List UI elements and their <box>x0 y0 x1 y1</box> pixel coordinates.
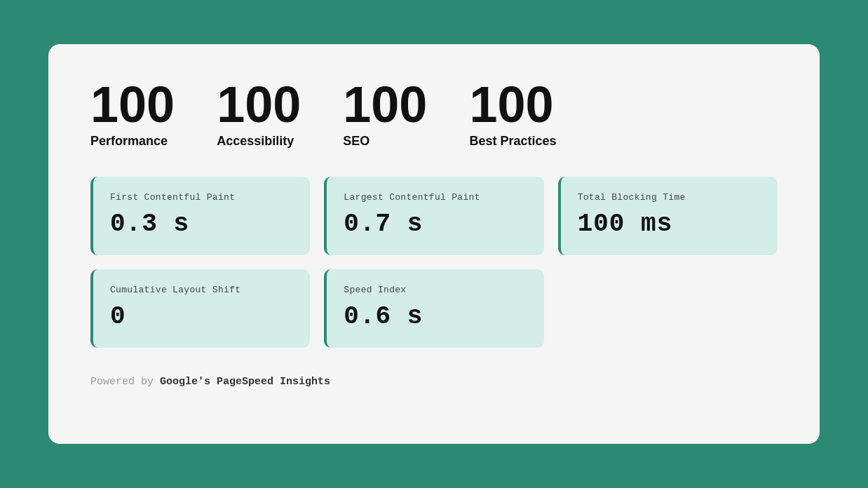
metrics-row-2: Cumulative Layout Shift 0 Speed Index 0.… <box>90 269 778 348</box>
footer: Powered by Google's PageSpeed Insights <box>90 376 778 388</box>
score-performance: 100 Performance <box>90 79 175 149</box>
score-seo-label: SEO <box>343 134 369 149</box>
metric-tbt: Total Blocking Time 100 ms <box>558 177 778 255</box>
scores-row: 100 Performance 100 Accessibility 100 SE… <box>90 79 778 149</box>
score-seo: 100 SEO <box>343 79 427 149</box>
metric-tbt-label: Total Blocking Time <box>578 192 761 203</box>
score-accessibility-label: Accessibility <box>217 134 294 149</box>
metric-cls-value: 0 <box>110 302 293 331</box>
score-accessibility: 100 Accessibility <box>217 79 301 149</box>
score-best-practices-value: 100 <box>469 79 553 130</box>
score-performance-value: 100 <box>90 79 175 130</box>
metric-lcp-label: Largest Contentful Paint <box>344 192 527 203</box>
metric-fcp-label: First Contentful Paint <box>110 192 293 203</box>
metric-cls-label: Cumulative Layout Shift <box>110 285 293 295</box>
metric-placeholder <box>558 269 778 348</box>
score-performance-label: Performance <box>90 134 168 149</box>
metric-fcp-value: 0.3 s <box>110 210 293 238</box>
metric-cls: Cumulative Layout Shift 0 <box>90 269 310 348</box>
score-best-practices: 100 Best Practices <box>469 79 556 149</box>
metric-lcp-value: 0.7 s <box>344 210 527 238</box>
footer-prefix: Powered by <box>90 376 160 388</box>
metric-tbt-value: 100 ms <box>578 210 761 238</box>
metric-lcp: Largest Contentful Paint 0.7 s <box>324 177 543 255</box>
metric-fcp: First Contentful Paint 0.3 s <box>90 177 310 255</box>
metric-si: Speed Index 0.6 s <box>324 269 543 348</box>
metric-si-label: Speed Index <box>344 285 527 295</box>
main-card: 100 Performance 100 Accessibility 100 SE… <box>48 44 820 444</box>
footer-brand: Google's PageSpeed Insights <box>160 376 330 388</box>
metrics-row-1: First Contentful Paint 0.3 s Largest Con… <box>90 177 778 255</box>
metric-si-value: 0.6 s <box>344 302 527 331</box>
score-seo-value: 100 <box>343 79 427 130</box>
score-best-practices-label: Best Practices <box>469 134 556 149</box>
score-accessibility-value: 100 <box>217 79 301 130</box>
